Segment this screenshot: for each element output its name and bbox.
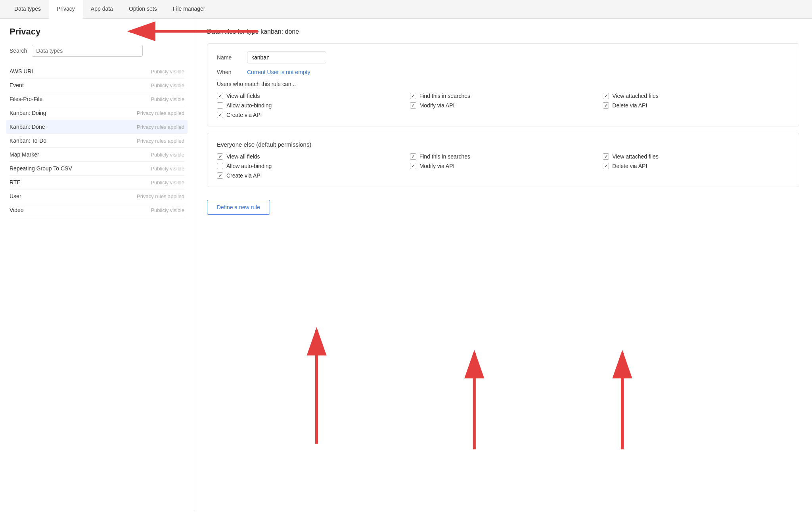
default-checkbox-auto-binding[interactable] (217, 163, 223, 169)
default-perm-modify-api: Modify via API (410, 163, 597, 169)
default-title: Everyone else (default permissions) (217, 141, 789, 148)
list-item[interactable]: Kanban: To-Do Privacy rules applied (10, 134, 184, 148)
checkbox-view-files[interactable] (603, 93, 609, 99)
checkbox-auto-binding[interactable] (217, 102, 223, 109)
list-item[interactable]: Files-Pro-File Publicly visible (10, 92, 184, 106)
sidebar-title: Privacy (10, 27, 184, 37)
search-row: Search (10, 45, 184, 57)
tab-app-data[interactable]: App data (83, 0, 121, 18)
perm-auto-binding: Allow auto-binding (217, 102, 404, 109)
when-condition[interactable]: Current User is not empty (247, 69, 310, 75)
default-perm-create-api: Create via API (217, 172, 404, 179)
main-layout: Privacy Search AWS URL Publicly visible … (0, 19, 812, 511)
list-item[interactable]: RTE Publicly visible (10, 176, 184, 189)
list-item[interactable]: Event Publicly visible (10, 78, 184, 92)
panel-title: Data rules for type kanban: done (207, 28, 799, 35)
default-checkbox-view-fields[interactable] (217, 153, 223, 160)
content-panel: Data rules for type kanban: done Name Wh… (194, 19, 812, 511)
list-item[interactable]: AWS URL Publicly visible (10, 65, 184, 78)
when-label: When (217, 69, 241, 75)
page-wrapper: Data types Privacy App data Option sets … (0, 0, 812, 511)
default-checkbox-modify-api[interactable] (410, 163, 416, 169)
tab-bar: Data types Privacy App data Option sets … (0, 0, 812, 19)
define-rule-button[interactable]: Define a new rule (207, 200, 270, 215)
perm-view-fields: View all fields (217, 93, 404, 99)
default-checkbox-create-api[interactable] (217, 172, 223, 179)
search-label: Search (10, 48, 27, 54)
tab-option-sets[interactable]: Option sets (121, 0, 165, 18)
default-perm-view-files: View attached files (603, 153, 789, 160)
checkbox-create-api[interactable] (217, 112, 223, 118)
list-item[interactable]: Repeating Group To CSV Publicly visible (10, 162, 184, 176)
default-checkbox-view-files[interactable] (603, 153, 609, 160)
search-input[interactable] (32, 45, 143, 57)
checkbox-view-fields[interactable] (217, 93, 223, 99)
tab-privacy[interactable]: Privacy (49, 0, 83, 19)
default-perm-find-searches: Find this in searches (410, 153, 597, 160)
perm-create-api: Create via API (217, 112, 404, 118)
rule-card: Name When Current User is not empty User… (207, 43, 799, 126)
when-row: When Current User is not empty (217, 69, 789, 75)
name-label: Name (217, 54, 241, 61)
tab-data-types[interactable]: Data types (6, 0, 49, 18)
name-row: Name (217, 52, 789, 63)
default-checkbox-delete-api[interactable] (603, 163, 609, 169)
perm-delete-api: Delete via API (603, 102, 789, 109)
default-checkbox-find-searches[interactable] (410, 153, 416, 160)
users-match-label: Users who match this rule can... (217, 81, 789, 87)
perm-view-files: View attached files (603, 93, 789, 99)
default-permissions-grid: View all fields Find this in searches Vi… (217, 153, 789, 179)
perm-find-searches: Find this in searches (410, 93, 597, 99)
sidebar: Privacy Search AWS URL Publicly visible … (0, 19, 194, 511)
default-perm-auto-binding: Allow auto-binding (217, 163, 404, 169)
name-input[interactable] (247, 52, 326, 63)
tab-file-manager[interactable]: File manager (165, 0, 213, 18)
default-card: Everyone else (default permissions) View… (207, 133, 799, 187)
permissions-grid: View all fields Find this in searches Vi… (217, 93, 789, 118)
checkbox-modify-api[interactable] (410, 102, 416, 109)
default-perm-delete-api: Delete via API (603, 163, 789, 169)
list-item-kanban-done[interactable]: Kanban: Done Privacy rules applied (6, 120, 188, 134)
list-item[interactable]: Video Publicly visible (10, 203, 184, 217)
perm-modify-api: Modify via API (410, 102, 597, 109)
data-type-list: AWS URL Publicly visible Event Publicly … (10, 65, 184, 217)
list-item[interactable]: Map Marker Publicly visible (10, 148, 184, 162)
checkbox-delete-api[interactable] (603, 102, 609, 109)
list-item[interactable]: User Privacy rules applied (10, 189, 184, 203)
list-item[interactable]: Kanban: Doing Privacy rules applied (10, 106, 184, 120)
default-perm-view-fields: View all fields (217, 153, 404, 160)
checkbox-find-searches[interactable] (410, 93, 416, 99)
